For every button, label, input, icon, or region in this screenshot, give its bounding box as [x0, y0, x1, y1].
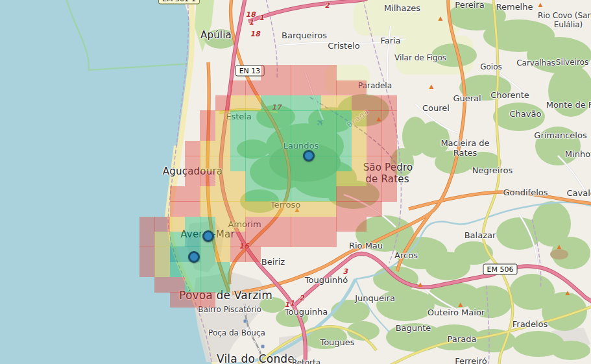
marker-layer [0, 0, 591, 364]
map-marker[interactable] [202, 230, 214, 242]
map-marker[interactable] [303, 150, 315, 162]
map-marker[interactable] [188, 251, 200, 263]
map-canvas[interactable]: ApúliaBarqueirosCristeloMilhazesFariaPer… [0, 0, 591, 364]
